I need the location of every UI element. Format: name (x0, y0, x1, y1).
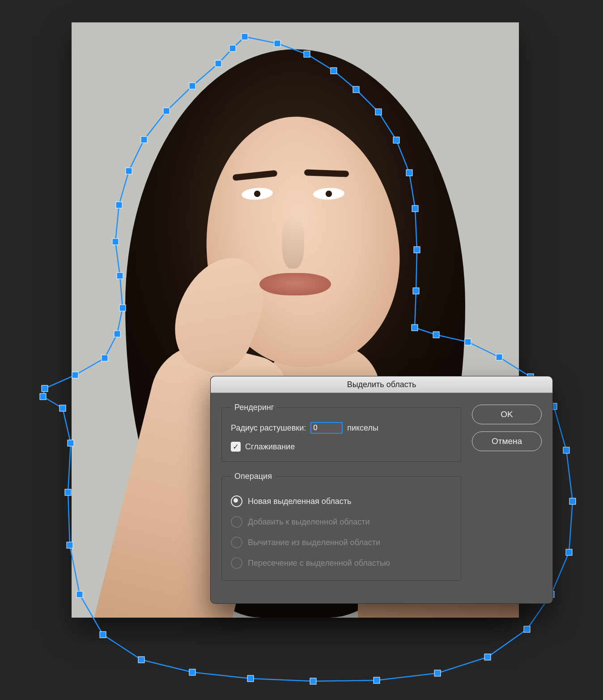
feather-radius-input[interactable] (310, 422, 343, 434)
dialog-title[interactable]: Выделить область (211, 376, 552, 393)
radio-icon (231, 537, 242, 548)
pen-anchor[interactable] (65, 489, 71, 495)
rendering-legend: Рендеринг (231, 403, 277, 412)
op-sub-selection: Вычитание из выделенной области (231, 537, 452, 548)
pen-anchor[interactable] (189, 669, 195, 675)
pen-anchor[interactable] (138, 657, 144, 663)
radio-icon (231, 495, 242, 507)
pen-anchor[interactable] (59, 405, 66, 411)
portrait-lips (259, 273, 331, 295)
portrait-nose (282, 215, 304, 269)
antialias-checkbox[interactable]: ✓ (231, 442, 241, 452)
operation-group: Операция Новая выделенная область Добави… (221, 472, 461, 581)
make-selection-dialog: Выделить область Рендеринг Радиус растуш… (210, 376, 553, 604)
feather-unit: пикселы (347, 423, 378, 433)
pen-anchor[interactable] (484, 654, 491, 660)
op-new-label: Новая выделенная область (248, 497, 351, 506)
op-int-label: Пересечение с выделенной областью (248, 559, 390, 568)
pen-anchor[interactable] (569, 498, 576, 504)
rendering-group: Рендеринг Радиус растушевки: пикселы ✓ С… (221, 403, 461, 462)
operation-legend: Операция (231, 472, 276, 481)
pen-anchor[interactable] (374, 677, 380, 683)
pen-anchor[interactable] (247, 675, 254, 682)
pen-anchor[interactable] (40, 393, 46, 400)
op-add-label: Добавить к выделенной области (248, 517, 370, 527)
pen-anchor[interactable] (524, 626, 530, 632)
pen-anchor[interactable] (100, 632, 106, 638)
feather-label: Радиус растушевки: (231, 423, 306, 433)
workspace: Выделить область Рендеринг Радиус растуш… (0, 0, 603, 700)
pen-anchor[interactable] (563, 447, 569, 453)
op-int-selection: Пересечение с выделенной областью (231, 557, 452, 569)
antialias-label: Сглаживание (245, 442, 295, 452)
op-add-selection: Добавить к выделенной области (231, 516, 452, 528)
pen-anchor[interactable] (310, 678, 316, 684)
radio-icon (231, 557, 242, 569)
pen-anchor[interactable] (42, 385, 48, 392)
pen-anchor[interactable] (434, 670, 441, 676)
op-new-selection[interactable]: Новая выделенная область (231, 495, 452, 507)
radio-icon (231, 516, 242, 528)
pen-anchor[interactable] (566, 549, 572, 555)
op-sub-label: Вычитание из выделенной области (248, 538, 380, 547)
cancel-button[interactable]: Отмена (472, 431, 542, 451)
ok-button[interactable]: OK (472, 405, 542, 424)
